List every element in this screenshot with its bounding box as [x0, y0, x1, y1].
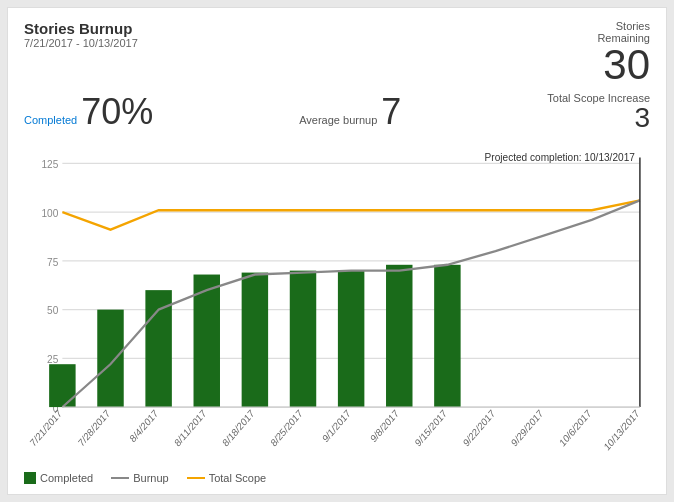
- svg-rect-17: [290, 271, 316, 407]
- svg-rect-12: [49, 364, 75, 407]
- svg-text:7/28/2017: 7/28/2017: [76, 407, 112, 448]
- total-scope-stat: Total Scope Increase 3: [547, 92, 650, 132]
- svg-text:100: 100: [41, 206, 58, 219]
- svg-text:8/25/2017: 8/25/2017: [269, 407, 305, 448]
- header: Stories Burnup 7/21/2017 - 10/13/2017 St…: [24, 20, 650, 86]
- chart-title: Stories Burnup: [24, 20, 138, 37]
- svg-text:8/18/2017: 8/18/2017: [220, 407, 256, 448]
- stats-row: Completed 70% Average burnup 7 Total Sco…: [24, 92, 650, 132]
- svg-text:10/6/2017: 10/6/2017: [557, 407, 593, 448]
- svg-rect-13: [97, 310, 123, 407]
- svg-text:9/22/2017: 9/22/2017: [461, 407, 497, 448]
- svg-text:9/1/2017: 9/1/2017: [320, 407, 352, 444]
- svg-text:9/29/2017: 9/29/2017: [509, 407, 545, 448]
- total-scope-value: 3: [547, 104, 650, 132]
- svg-text:9/8/2017: 9/8/2017: [368, 407, 400, 444]
- svg-text:7/21/2017: 7/21/2017: [28, 407, 64, 448]
- completed-stat: Completed 70%: [24, 94, 153, 130]
- legend-burnup: Burnup: [111, 472, 168, 484]
- legend: Completed Burnup Total Scope: [24, 472, 650, 484]
- burnup-chart-svg: 0255075100125Projected completion: 10/13…: [24, 140, 650, 468]
- svg-text:Projected completion: 10/13/20: Projected completion: 10/13/2017: [485, 150, 635, 163]
- svg-text:9/15/2017: 9/15/2017: [413, 407, 449, 448]
- legend-label-burnup: Burnup: [133, 472, 168, 484]
- avg-burnup-label: Average burnup: [299, 114, 377, 126]
- svg-text:25: 25: [47, 352, 58, 365]
- svg-rect-16: [242, 273, 268, 407]
- svg-rect-20: [434, 265, 460, 407]
- legend-label-scope: Total Scope: [209, 472, 266, 484]
- completed-value: 70%: [81, 94, 153, 130]
- legend-line-burnup: [111, 477, 129, 479]
- svg-text:125: 125: [41, 157, 58, 170]
- svg-text:8/4/2017: 8/4/2017: [128, 407, 160, 444]
- chart-area: 0255075100125Projected completion: 10/13…: [24, 140, 650, 468]
- date-range: 7/21/2017 - 10/13/2017: [24, 37, 138, 49]
- svg-rect-14: [145, 290, 171, 407]
- title-block: Stories Burnup 7/21/2017 - 10/13/2017: [24, 20, 138, 49]
- legend-box-completed: [24, 472, 36, 484]
- legend-scope: Total Scope: [187, 472, 266, 484]
- svg-rect-18: [338, 271, 364, 407]
- svg-text:8/11/2017: 8/11/2017: [172, 407, 208, 448]
- stories-remaining-block: StoriesRemaining 30: [597, 20, 650, 86]
- avg-burnup-value: 7: [381, 94, 401, 130]
- svg-text:10/13/2017: 10/13/2017: [602, 407, 641, 453]
- burnup-card: Stories Burnup 7/21/2017 - 10/13/2017 St…: [7, 7, 667, 495]
- legend-line-scope: [187, 477, 205, 479]
- svg-rect-19: [386, 265, 412, 407]
- avg-burnup-stat: Average burnup 7: [299, 94, 401, 130]
- svg-text:50: 50: [47, 304, 58, 317]
- legend-completed: Completed: [24, 472, 93, 484]
- stories-remaining-value: 30: [597, 44, 650, 86]
- legend-label-completed: Completed: [40, 472, 93, 484]
- svg-text:75: 75: [47, 255, 58, 268]
- completed-label: Completed: [24, 114, 77, 126]
